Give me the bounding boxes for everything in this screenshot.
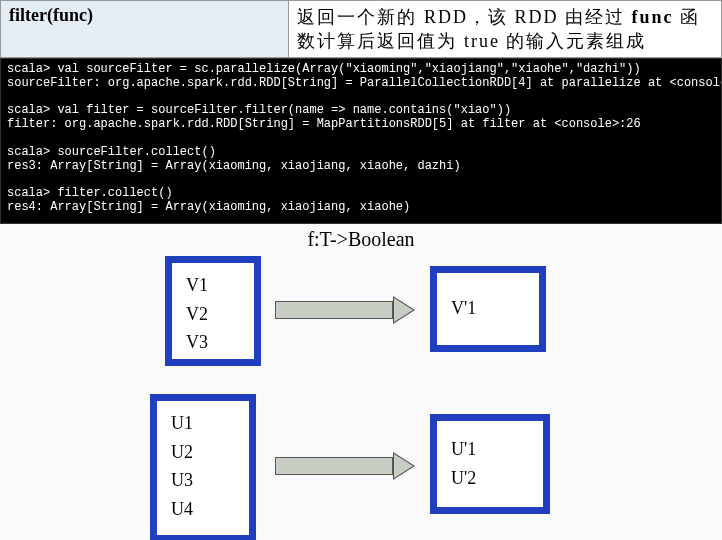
term-line: scala> filter.collect() <box>7 186 173 200</box>
cell: V'1 <box>451 294 525 323</box>
cell: V3 <box>186 328 240 357</box>
desc-text-1: 返回一个新的 RDD，该 RDD 由经过 <box>297 7 631 27</box>
method-name: filter(func) <box>9 5 93 25</box>
method-desc-cell: 返回一个新的 RDD，该 RDD 由经过 func 函数计算后返回值为 true… <box>289 1 722 58</box>
cell: V2 <box>186 300 240 329</box>
arrow-icon <box>275 296 415 324</box>
term-line: scala> val sourceFilter = sc.parallelize… <box>7 62 641 76</box>
cell: V1 <box>186 271 240 300</box>
diagram-title: f:T->Boolean <box>0 228 722 251</box>
term-line: res3: Array[String] = Array(xiaoming, xi… <box>7 159 461 173</box>
desc-func: func <box>631 7 673 27</box>
cell: U3 <box>171 466 235 495</box>
term-line: filter: org.apache.spark.rdd.RDD[String]… <box>7 117 641 131</box>
cell: U4 <box>171 495 235 524</box>
filter-diagram: f:T->Boolean V1 V2 V3 V'1 U1 U2 U3 U4 U'… <box>0 224 722 540</box>
terminal-output: scala> val sourceFilter = sc.parallelize… <box>0 58 722 224</box>
cell: U'1 <box>451 435 529 464</box>
term-line: sourceFilter: org.apache.spark.rdd.RDD[S… <box>7 76 722 90</box>
output-partition-v: V'1 <box>430 266 546 352</box>
method-name-cell: filter(func) <box>1 1 289 58</box>
input-partition-u: U1 U2 U3 U4 <box>150 394 256 540</box>
cell: U1 <box>171 409 235 438</box>
arrow-icon <box>275 452 415 480</box>
term-line: scala> sourceFilter.collect() <box>7 145 216 159</box>
cell: U2 <box>171 438 235 467</box>
input-partition-v: V1 V2 V3 <box>165 256 261 366</box>
cell: U'2 <box>451 464 529 493</box>
term-line: scala> val filter = sourceFilter.filter(… <box>7 103 511 117</box>
definition-table: filter(func) 返回一个新的 RDD，该 RDD 由经过 func 函… <box>0 0 722 58</box>
output-partition-u: U'1 U'2 <box>430 414 550 514</box>
term-line: res4: Array[String] = Array(xiaoming, xi… <box>7 200 410 214</box>
